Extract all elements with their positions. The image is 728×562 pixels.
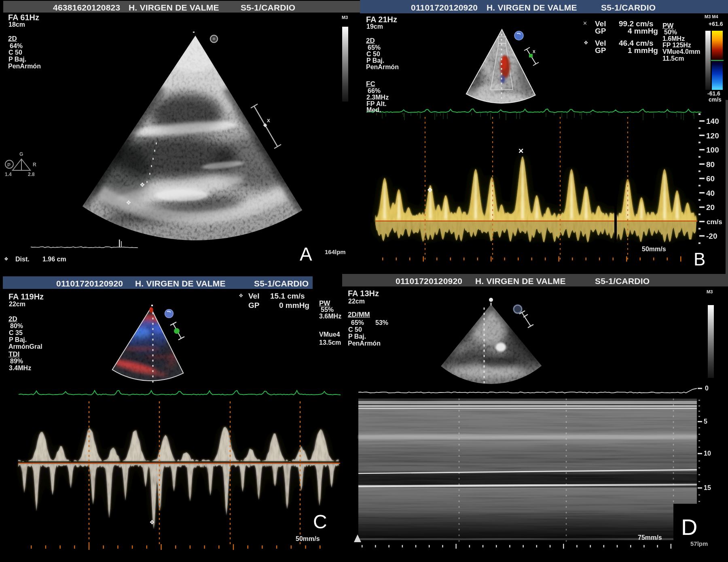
svg-text:P: P [7, 162, 11, 168]
svg-text:✕: ✕ [518, 147, 524, 155]
svg-text:2.8: 2.8 [28, 172, 35, 177]
svg-text:❖: ❖ [427, 187, 433, 193]
svg-text:R: R [33, 162, 36, 168]
svg-text:G: G [19, 151, 23, 157]
svg-text:x: x [533, 49, 535, 54]
svg-text:❖: ❖ [149, 519, 154, 526]
svg-text:❖: ❖ [126, 199, 131, 206]
svg-text:x: x [267, 117, 270, 123]
svg-text:1.4: 1.4 [5, 172, 12, 177]
svg-text:❖: ❖ [140, 181, 145, 188]
